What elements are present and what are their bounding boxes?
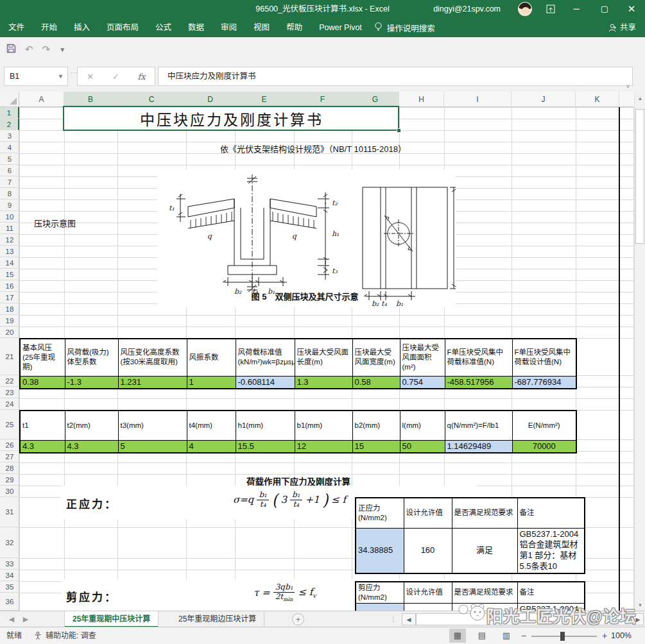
- ribbon-tab[interactable]: Power Pivot: [311, 18, 370, 37]
- ribbon-tab[interactable]: 帮助: [278, 18, 311, 37]
- row-header-26[interactable]: 26: [0, 439, 19, 451]
- row-header-12[interactable]: 12: [0, 234, 19, 246]
- horizontal-scrollbar[interactable]: [416, 613, 631, 625]
- insert-function-icon[interactable]: fx: [137, 72, 145, 81]
- sheet-tab-edge-block[interactable]: 25年重现期边压块计算: [171, 611, 264, 627]
- tab-nav-right-icon[interactable]: ▶: [19, 611, 32, 627]
- row-header-19[interactable]: 19: [0, 315, 19, 326]
- maximize-button[interactable]: ▢: [595, 0, 614, 18]
- row-header-23[interactable]: 23: [0, 387, 19, 398]
- row-header-32[interactable]: 32: [0, 527, 19, 558]
- save-icon[interactable]: [6, 44, 16, 56]
- column-header-E[interactable]: E: [235, 92, 294, 107]
- ribbon-display-options-icon[interactable]: [541, 0, 560, 18]
- enter-icon[interactable]: ✓: [112, 72, 119, 81]
- column-header-A[interactable]: A: [19, 92, 64, 107]
- ribbon-tab[interactable]: 视图: [245, 18, 278, 37]
- row-header-16[interactable]: 16: [0, 280, 19, 292]
- page-break-view-icon[interactable]: ▥: [498, 629, 515, 643]
- row-header-15[interactable]: 15: [0, 269, 19, 280]
- row-header-24[interactable]: 24: [0, 398, 19, 410]
- ribbon-tab[interactable]: 审阅: [212, 18, 245, 37]
- column-header-F[interactable]: F: [294, 92, 352, 107]
- row-header-8[interactable]: 8: [0, 188, 19, 199]
- column-header-K[interactable]: K: [576, 92, 619, 107]
- row-header-21[interactable]: 21: [0, 338, 19, 375]
- column-header-B[interactable]: B: [64, 92, 117, 107]
- select-all-corner[interactable]: [0, 92, 19, 107]
- vertical-scrollbar-thumb[interactable]: [635, 109, 644, 244]
- undo-icon[interactable]: ↶: [25, 44, 33, 55]
- zoom-out-icon[interactable]: −: [521, 627, 526, 644]
- dimensions-table[interactable]: t1 t2(mm) t3(mm) t4(mm) h1(mm) b1(mm) b2…: [19, 410, 577, 453]
- column-header-J[interactable]: J: [512, 92, 576, 107]
- row-header-2[interactable]: 2: [0, 119, 19, 130]
- row-header-30[interactable]: 30: [0, 486, 19, 497]
- ribbon-tab[interactable]: 页面布局: [98, 18, 147, 37]
- zoom-slider-handle[interactable]: [560, 632, 565, 641]
- ribbon-tab[interactable]: 开始: [33, 18, 65, 37]
- customize-qat-icon[interactable]: ▼: [59, 46, 65, 53]
- name-box[interactable]: B1▼: [4, 67, 68, 86]
- row-header-6[interactable]: 6: [0, 165, 19, 176]
- fill-handle[interactable]: [397, 128, 401, 133]
- t1-header[interactable]: 基本风压(25年重现期): [20, 339, 65, 376]
- row-header-22[interactable]: 22: [0, 375, 19, 387]
- row-header-33[interactable]: 33: [0, 558, 19, 570]
- wind-load-table[interactable]: 基本风压(25年重现期) 风荷载(吸力)体型系数 风压变化高度系数(按30米高度…: [19, 338, 577, 389]
- row-header-10[interactable]: 10: [0, 211, 19, 223]
- row-header-3[interactable]: 3: [0, 130, 19, 142]
- minimize-button[interactable]: ─: [567, 0, 586, 18]
- row-header-1[interactable]: 1: [0, 107, 19, 119]
- ribbon-tab[interactable]: 数据: [180, 18, 212, 37]
- row-header-36[interactable]: 36: [0, 593, 19, 611]
- redo-icon[interactable]: ↷: [42, 44, 51, 55]
- new-sheet-icon[interactable]: +: [292, 613, 304, 625]
- row-header-11[interactable]: 11: [0, 223, 19, 234]
- name-box-dropdown-icon[interactable]: ▼: [58, 67, 64, 85]
- row-header-31[interactable]: 31: [0, 497, 19, 527]
- vertical-scrollbar[interactable]: ▲ ▼: [634, 92, 645, 613]
- row-header-17[interactable]: 17: [0, 292, 19, 303]
- accessibility-status[interactable]: 辅助功能: 调查: [33, 627, 96, 644]
- row-header-28[interactable]: 28: [0, 462, 19, 474]
- account-email[interactable]: dingyi@21spv.com: [433, 0, 501, 18]
- tell-me-search[interactable]: 操作说明搜索: [374, 22, 435, 34]
- zoom-in-icon[interactable]: +: [602, 627, 607, 644]
- column-header-D[interactable]: D: [186, 92, 235, 107]
- scroll-up-icon[interactable]: ▲: [635, 92, 645, 106]
- formula-input[interactable]: 中压块应力及刚度计算书˅: [158, 67, 633, 86]
- row-header-29[interactable]: 29: [0, 474, 19, 486]
- row-header-34[interactable]: 34: [0, 570, 19, 581]
- column-header-I[interactable]: I: [444, 92, 512, 107]
- ribbon-tab[interactable]: 公式: [147, 18, 180, 37]
- close-button[interactable]: ✕: [622, 0, 641, 18]
- sheet-tab-middle-block[interactable]: 25年重现期中压块计算: [64, 611, 159, 627]
- row-header-9[interactable]: 9: [0, 199, 19, 211]
- row-header-5[interactable]: 5: [0, 153, 19, 165]
- row-header-7[interactable]: 7: [0, 176, 19, 188]
- normal-stress-table[interactable]: 正应力(N/mm2) 设计允许值 是否满足规范要求 备注 34.38885 16…: [355, 497, 585, 574]
- hscroll-right-icon[interactable]: ▶: [632, 613, 644, 625]
- row-header-20[interactable]: 20: [0, 326, 19, 338]
- ribbon-tab[interactable]: 文件: [0, 18, 33, 37]
- row-header-35[interactable]: 35: [0, 581, 19, 593]
- zoom-level[interactable]: 100%: [611, 627, 632, 644]
- avatar[interactable]: [518, 2, 532, 16]
- column-header-G[interactable]: G: [352, 92, 399, 107]
- normal-view-icon[interactable]: ▦: [449, 629, 466, 643]
- column-header-C[interactable]: C: [117, 92, 186, 107]
- row-header-13[interactable]: 13: [0, 246, 19, 257]
- row-header-25[interactable]: 25: [0, 410, 19, 439]
- row-header-27[interactable]: 27: [0, 451, 19, 462]
- hscroll-left-icon[interactable]: ◀: [402, 613, 416, 625]
- column-header-H[interactable]: H: [399, 92, 444, 107]
- row-header-14[interactable]: 14: [0, 257, 19, 269]
- cancel-icon[interactable]: ✕: [87, 72, 94, 81]
- shear-stress-table[interactable]: 剪应力(N/mm2) 设计允许值 是否满足规范要求 备注 GB5237.1-20…: [355, 581, 585, 611]
- row-header-4[interactable]: 4: [0, 142, 19, 153]
- cell-b1-merged-title[interactable]: 中压块应力及刚度计算书: [64, 107, 399, 130]
- row-header-18[interactable]: 18: [0, 303, 19, 315]
- ribbon-tab[interactable]: 插入: [65, 18, 98, 37]
- tab-nav-left-icon[interactable]: ◀: [5, 611, 18, 627]
